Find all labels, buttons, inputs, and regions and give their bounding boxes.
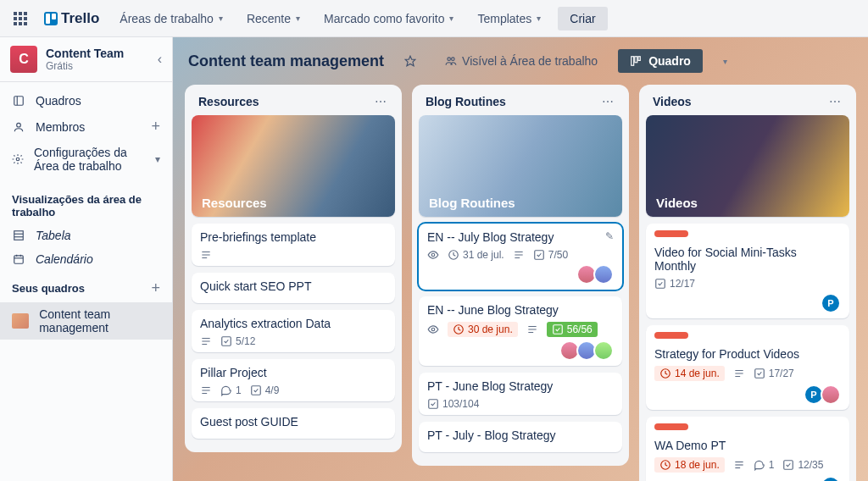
sidebar-view-calendar[interactable]: Calendário: [0, 247, 172, 271]
svg-rect-27: [251, 386, 260, 395]
add-board-icon[interactable]: +: [151, 279, 160, 297]
card[interactable]: Video for Social Mini-Tasks Monthly12/17…: [646, 224, 849, 318]
card[interactable]: Quick start SEO PPT: [192, 273, 395, 303]
card[interactable]: Guest post GUIDE: [192, 408, 395, 439]
member-avatar[interactable]: [593, 264, 614, 285]
checklist-badge: 12/35: [782, 459, 823, 471]
sidebar-board-content-team[interactable]: Content team management: [0, 302, 172, 340]
lists-container[interactable]: Resources ⋯ ResourcesPre-briefings templ…: [173, 85, 868, 481]
member-avatar[interactable]: P: [821, 293, 841, 313]
nav-templates[interactable]: Templates▾: [467, 7, 551, 30]
views-heading: Visualizações da área de trabalho: [0, 185, 172, 224]
card-badges: 103/104: [427, 398, 614, 410]
card[interactable]: Pillar Project14/9: [192, 359, 395, 401]
comment-badge: 1: [754, 459, 775, 471]
card[interactable]: EN -- June Blog Strategy30 de jun.56/56: [419, 296, 622, 366]
board-title[interactable]: Content team management: [188, 53, 384, 70]
logo[interactable]: Trello: [37, 10, 106, 27]
sidebar-item-boards[interactable]: Quadros: [0, 89, 172, 113]
sidebar-item-members[interactable]: Membros +: [0, 113, 172, 141]
sidebar-view-table[interactable]: Tabela: [0, 224, 172, 247]
visibility-button[interactable]: Visível à Área de trabalho: [437, 49, 606, 73]
board-area: Content team management Visível à Área d…: [173, 37, 868, 481]
svg-rect-0: [14, 97, 24, 106]
due-soon-badge: 30 de jun.: [448, 322, 518, 337]
description-badge: [733, 368, 745, 379]
sidebar-item-settings[interactable]: Configurações da Área de trabalho ▾: [0, 141, 172, 178]
card-title: PT - July - Blog Strategy: [427, 428, 614, 442]
svg-rect-16: [638, 57, 640, 61]
gear-icon: [12, 153, 24, 165]
list-title: Videos: [653, 95, 829, 108]
card[interactable]: PT - July - Blog Strategy: [419, 422, 622, 452]
card[interactable]: EN -- July Blog Strategy✎31 de jul.7/50: [419, 224, 622, 290]
svg-rect-41: [656, 279, 665, 289]
card-members: [427, 340, 614, 361]
card[interactable]: Pre-briefings template: [192, 224, 395, 266]
svg-point-34: [431, 328, 435, 331]
logo-text: Trello: [61, 10, 99, 27]
collapse-sidebar-icon[interactable]: ‹: [158, 52, 162, 67]
list-menu-icon[interactable]: ⋯: [829, 95, 843, 108]
list-menu-icon[interactable]: ⋯: [375, 95, 388, 108]
list-cover-card[interactable]: Blog Routines: [419, 115, 622, 217]
due-badge: 31 de jul.: [448, 249, 504, 261]
description-badge: [200, 335, 212, 347]
nav-starred[interactable]: Marcado como favorito▾: [314, 7, 464, 30]
board-icon: [12, 95, 25, 107]
apps-icon[interactable]: [7, 5, 34, 32]
nav-workspaces[interactable]: Áreas de trabalho▾: [109, 7, 233, 30]
add-member-icon[interactable]: +: [151, 118, 160, 135]
checklist-badge: 4/9: [250, 384, 280, 396]
svg-point-12: [448, 58, 451, 61]
list: Blog Routines ⋯ Blog RoutinesEN -- July …: [412, 85, 629, 466]
card-label: [654, 332, 688, 339]
card-label: [654, 423, 688, 430]
watch-badge: [427, 323, 439, 335]
view-switcher[interactable]: ▾: [715, 52, 736, 71]
watch-badge: [427, 249, 439, 261]
list-header[interactable]: Blog Routines ⋯: [419, 91, 622, 115]
card-title: Pre-briefings template: [200, 230, 387, 244]
card-title: Pillar Project: [200, 366, 387, 379]
comment-badge: 1: [220, 384, 242, 396]
checklist-badge: 5/12: [220, 335, 255, 347]
star-button[interactable]: [396, 50, 425, 72]
member-avatar[interactable]: [593, 340, 614, 361]
svg-rect-4: [14, 231, 24, 240]
checklist-badge: 7/50: [533, 249, 568, 261]
list-menu-icon[interactable]: ⋯: [602, 95, 615, 108]
card[interactable]: PT - June Blog Strategy103/104: [419, 373, 622, 415]
card-title: WA Demo PT: [654, 439, 841, 452]
svg-rect-15: [635, 57, 637, 63]
workspace-plan: Grátis: [46, 60, 124, 72]
trello-logo-icon: [44, 12, 58, 25]
star-icon: [404, 55, 416, 67]
member-avatar[interactable]: [821, 384, 841, 405]
nav-recent[interactable]: Recente▾: [236, 7, 310, 30]
card[interactable]: Analytics extraction Data5/12: [192, 310, 395, 352]
card-title: Strategy for Product Videos: [654, 347, 841, 361]
board-view-button[interactable]: Quadro: [618, 49, 703, 73]
chevron-down-icon: ▾: [723, 57, 727, 66]
cover-title: Resources: [202, 196, 267, 210]
card[interactable]: Strategy for Product Videos14 de jun.17/…: [646, 325, 849, 410]
card[interactable]: WA Demo PT18 de jun.112/35P: [646, 417, 849, 481]
card-title: Analytics extraction Data: [200, 317, 387, 330]
list: Resources ⋯ ResourcesPre-briefings templ…: [185, 85, 402, 452]
member-avatar[interactable]: P: [821, 476, 841, 481]
list-header[interactable]: Resources ⋯: [192, 91, 395, 115]
list-cover-card[interactable]: Videos: [646, 115, 849, 217]
list-header[interactable]: Videos ⋯: [646, 91, 849, 115]
people-icon: [445, 55, 457, 67]
card-badges: 12/17: [654, 278, 841, 290]
edit-icon[interactable]: ✎: [605, 230, 614, 242]
create-button[interactable]: Criar: [558, 7, 607, 30]
card-members: P: [654, 384, 841, 405]
workspace-header[interactable]: C Content Team Grátis ‹: [0, 37, 172, 82]
card-badges: [200, 249, 387, 261]
list-cover-card[interactable]: Resources: [192, 115, 395, 217]
svg-rect-39: [553, 325, 562, 334]
svg-marker-11: [405, 56, 415, 66]
chevron-down-icon: ▾: [155, 153, 160, 165]
